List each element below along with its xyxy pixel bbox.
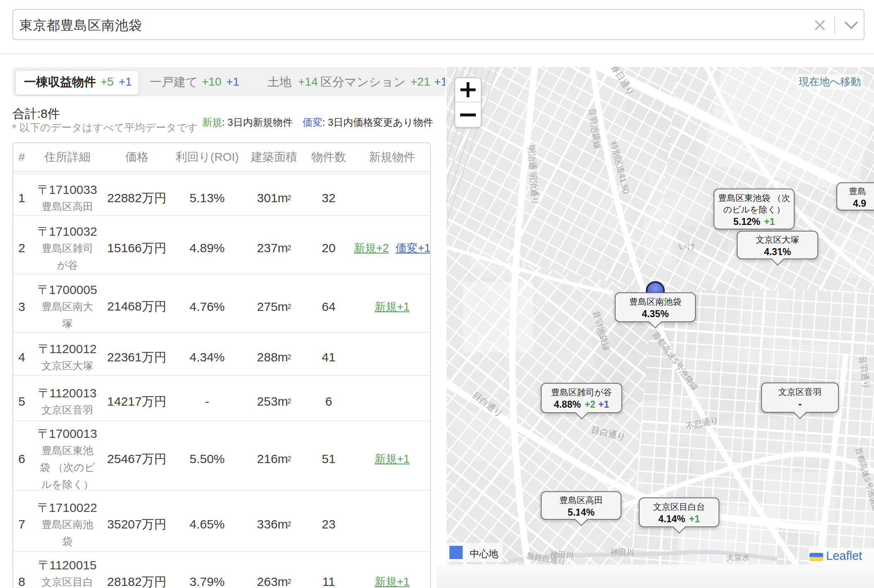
svg-text:神田川: 神田川 [610,547,634,557]
svg-text:いけ: いけ [679,241,696,251]
svg-text:大泉水: 大泉水 [726,553,750,562]
